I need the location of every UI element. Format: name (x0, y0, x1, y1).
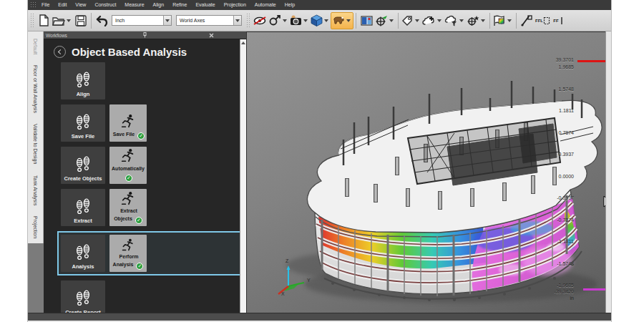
walk-view-button[interactable] (331, 12, 353, 29)
tag-dropdown-caret-icon[interactable] (415, 19, 419, 22)
colormap-caret-icon[interactable] (507, 19, 512, 22)
viewport-3d[interactable]: Z Y X 39.3701 1.9685 1.5748 1.1811 0.787… (246, 31, 612, 313)
cloud-filter-caret-icon[interactable] (459, 19, 464, 22)
menu-automate[interactable]: Automate (250, 0, 280, 10)
tab-validate-to-design[interactable]: Validate to Design (30, 119, 40, 169)
axes-value: World Axes (177, 18, 233, 23)
ffl-button-2[interactable]: FF (551, 12, 567, 29)
axes-caret-icon (235, 19, 240, 22)
close-panel-button[interactable] (179, 32, 244, 39)
tab-projection[interactable]: Projection (30, 211, 40, 243)
action-label: Perform Analysis (113, 254, 139, 267)
menu-help[interactable]: Help (280, 0, 299, 10)
zoom-extents-icon (268, 15, 281, 26)
walk-dropdown-caret-icon[interactable] (346, 19, 351, 22)
colormap-button[interactable] (492, 12, 514, 29)
runner-icon (120, 147, 136, 164)
scale-label: 1.5748 (537, 87, 574, 92)
tab-default[interactable]: Default (30, 34, 40, 59)
tag-button[interactable] (401, 12, 421, 29)
ffl-button-1[interactable]: FFL (535, 12, 551, 29)
step-card-save-file[interactable]: Save File (61, 104, 105, 142)
step-card-extract[interactable]: Extract (61, 189, 105, 226)
target-star-button[interactable] (466, 12, 487, 29)
tab-floor-or-wall-analysis[interactable]: Floor or Wall Analysis (30, 60, 40, 118)
scale-label: -39.3420 (537, 289, 574, 294)
action-card-automatically[interactable]: Automatically✓ (109, 147, 147, 184)
scale-label: 0.7874 (537, 130, 574, 135)
snapshot-dropdown-caret-icon[interactable] (303, 19, 308, 22)
back-button[interactable] (54, 46, 66, 58)
menu-construct[interactable]: Construct (90, 0, 120, 10)
toolbar-grip[interactable] (30, 13, 34, 29)
step-label: Align (77, 92, 90, 97)
step-label: Save File (72, 134, 95, 140)
snapshot-button[interactable] (289, 12, 310, 29)
menu-file[interactable]: File (37, 0, 54, 10)
menu-measure[interactable]: Measure (120, 0, 148, 10)
unit-selector[interactable]: Inch (112, 15, 172, 26)
workflow-heading: Object Based Analysis (72, 46, 187, 58)
hide-entities-button[interactable] (252, 12, 268, 29)
split-view-button[interactable] (358, 12, 374, 29)
step-card-create-report[interactable]: Create Report (61, 280, 105, 313)
action-card-perform-analysis[interactable]: Perform Analysis✓ (109, 235, 147, 272)
right-splitter-strip[interactable] (605, 31, 611, 313)
iso-dropdown-caret-icon[interactable] (324, 19, 328, 22)
footprints-icon (74, 290, 92, 308)
scale-label: 0.0000 (537, 174, 574, 179)
cplane-dropdown-caret-icon[interactable] (389, 19, 394, 22)
menu-align[interactable]: Align (149, 0, 169, 10)
pin-button[interactable] (112, 32, 177, 39)
workflows-panel-title: Workflows (46, 33, 111, 38)
zoom-dropdown-caret-icon[interactable] (283, 19, 287, 22)
step-card-create-objects[interactable]: Create Objects (61, 147, 105, 184)
check-icon: ✓ (136, 263, 143, 270)
footprints-icon (74, 114, 92, 132)
scale-label: -1.1811 (537, 239, 574, 244)
cloud-add-button[interactable] (421, 12, 444, 29)
ffl-glyph-1: FFL (535, 19, 543, 23)
ffl-frame-icon (543, 16, 550, 25)
probe-button[interactable] (519, 12, 535, 29)
axes-selector[interactable]: World Axes (176, 15, 242, 26)
open-file-button[interactable] (52, 12, 73, 29)
undo-button[interactable] (94, 12, 109, 29)
step-card-analysis[interactable]: Analysis (61, 235, 105, 272)
cloud-filter-button[interactable] (444, 12, 466, 29)
iso-cube-icon (311, 14, 323, 26)
action-card-extract-objects[interactable]: Extract Objects✓ (109, 189, 147, 226)
check-icon: ✓ (137, 132, 145, 140)
panel-scrollbar[interactable] (240, 39, 246, 313)
open-dropdown-caret-icon[interactable] (67, 19, 71, 22)
iso-view-button[interactable] (310, 12, 331, 29)
cloud-add-caret-icon[interactable] (437, 19, 441, 22)
new-document-button[interactable] (36, 12, 52, 29)
menu-evaluate[interactable]: Evaluate (191, 0, 219, 10)
unit-dropdown-button[interactable] (163, 16, 171, 25)
scale-label: -0.7874 (537, 218, 574, 223)
workflows-panel-titlebar[interactable]: Workflows (44, 31, 246, 39)
runner-icon (120, 112, 136, 130)
target-star-icon (467, 15, 479, 26)
unit-value: Inch (112, 18, 163, 23)
menu-edit[interactable]: Edit (54, 0, 71, 10)
zoom-extents-button[interactable] (268, 12, 289, 29)
save-button[interactable] (73, 12, 89, 29)
tab-tank-analysis[interactable]: Tank Analysis (30, 170, 40, 210)
workflows-panel: Workflows Object Based Analysis (44, 31, 246, 313)
target-star-caret-icon[interactable] (481, 19, 485, 22)
axes-dropdown-button[interactable] (233, 16, 241, 25)
menubar-grip[interactable] (30, 1, 36, 9)
open-folder-icon (52, 16, 65, 26)
menu-refine[interactable]: Refine (168, 0, 191, 10)
step-card-align[interactable]: Align (61, 62, 105, 99)
action-card-save-file[interactable]: Save File✓ (109, 104, 147, 142)
menu-view[interactable]: View (71, 0, 90, 10)
footprints-icon (74, 198, 92, 217)
menu-projection[interactable]: Projection (220, 0, 250, 10)
scale-label: 0.3937 (537, 152, 574, 157)
cplane-button[interactable] (374, 12, 396, 29)
pin-icon (142, 32, 147, 38)
scale-label: -0.3937 (537, 195, 574, 200)
